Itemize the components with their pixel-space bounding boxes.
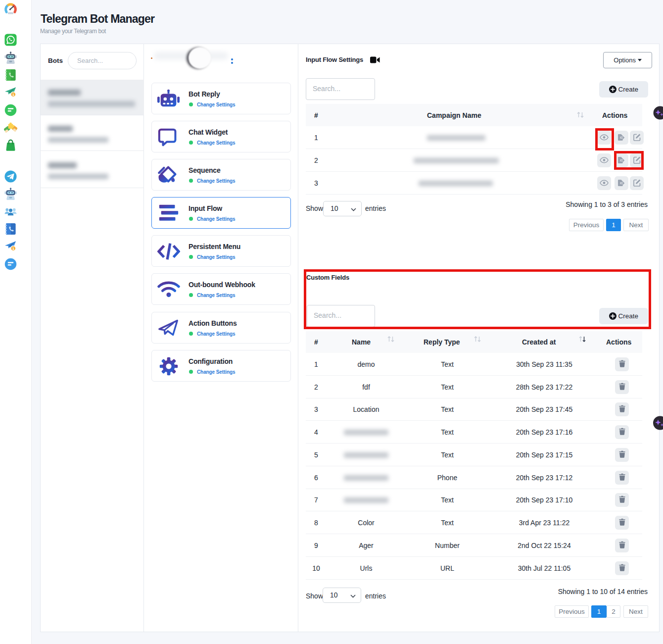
svg-text:1: 1 xyxy=(12,93,15,97)
svg-text:1: 1 xyxy=(12,247,15,251)
